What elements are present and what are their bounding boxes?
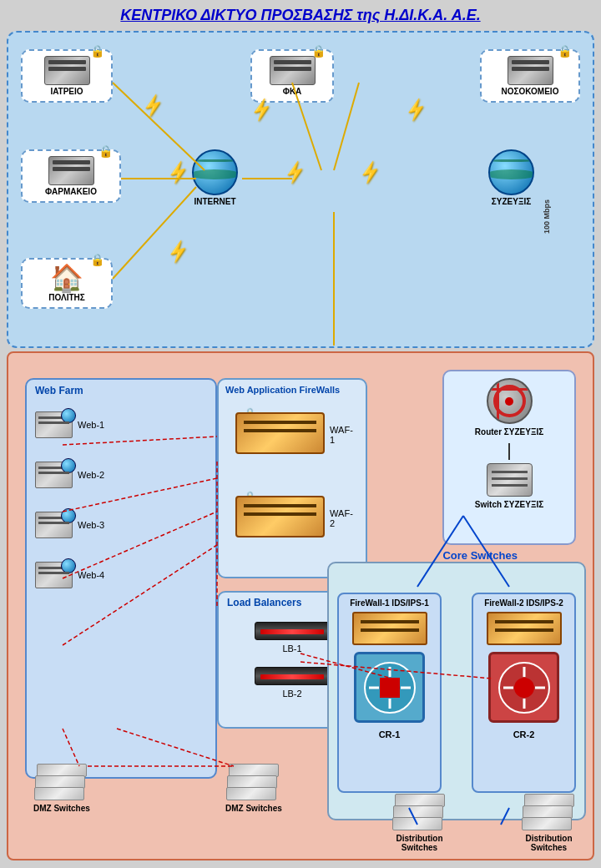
lock-icon-farmakeio: 🔒 <box>98 144 113 158</box>
cr2-inner <box>498 662 550 714</box>
fw-right-box: FireWall-2 IDS/IPS-2 <box>472 593 576 793</box>
lb2-device <box>255 667 330 685</box>
waf1-device <box>235 412 325 454</box>
web3-globe <box>61 508 76 523</box>
dmz2-layer3 <box>226 787 276 800</box>
router-icon <box>487 378 533 424</box>
web3-server <box>35 512 73 538</box>
lock-icon-nosokomeio: 🔒 <box>558 44 572 58</box>
fw-left-label: FireWall-1 IDS/IPS-1 <box>339 594 440 608</box>
core-switches-label: Core Switches <box>442 549 518 562</box>
main-wrapper: ΚΕΝΤΡΙΚΟ ΔΙΚΤΥΟ ΠΡΟΣΒΑΣΗΣ της Η.ΔΙ.Κ.Α. … <box>0 0 601 868</box>
lightning-6: ⚡ <box>356 159 384 186</box>
web2-server <box>35 462 73 488</box>
web2-globe <box>61 458 76 473</box>
waf2-label: WAF-2 <box>330 508 357 528</box>
lock-icon-iatreio: 🔒 <box>90 44 104 58</box>
dist1-layer3 <box>392 817 442 830</box>
farmakeio-node: 🔒 ΦΑΡΜΑΚΕΙΟ <box>21 149 121 203</box>
router-switch-panel: Router ΣΥΖΕΥΞΙΣ Switch ΣΥΖΕΥΞΙΣ <box>442 370 576 545</box>
bottom-section: Web Farm Web-1 Web-2 Web-3 <box>7 351 594 860</box>
internet-label: INTERNET <box>192 197 238 206</box>
waf2-item: 🔒 WAF-2 <box>219 489 366 548</box>
router-switch-line <box>508 443 510 460</box>
web1-globe <box>61 408 76 423</box>
svg-line-5 <box>334 83 359 170</box>
fw-left-box: FireWall-1 IDS/IPS-1 <box>337 593 442 793</box>
internet-node: INTERNET <box>192 149 238 206</box>
web2-item: Web-2 <box>27 458 215 492</box>
web3-item: Web-3 <box>27 508 215 542</box>
internet-globe <box>192 149 238 195</box>
dist2-layer3 <box>522 817 572 830</box>
waf1-item: 🔒 WAF-1 <box>219 406 366 464</box>
syzeyxis-node: ΣΥΖΕΥΞΙΣ <box>488 149 534 206</box>
web4-server <box>35 562 73 588</box>
switch-label: Switch ΣΥΖΕΥΞΙΣ <box>451 500 568 509</box>
fka-node: 🔒 ΦΚΑ <box>250 49 334 103</box>
waf2-device <box>235 496 325 537</box>
server-rack-iatreio <box>44 56 90 85</box>
fka-label: ΦΚΑ <box>257 87 327 96</box>
cr2-label: CR-2 <box>473 729 574 739</box>
cr2-router <box>488 652 559 723</box>
politis-node: 🔒 🏠 ΠΟΛΙΤΗΣ <box>21 258 113 309</box>
dmz1-label: DMZ Switches <box>33 804 90 813</box>
dist2-label: DistributionSwitches <box>522 834 576 852</box>
lightning-1: ⚡ <box>139 93 167 119</box>
switch-icon <box>487 463 533 497</box>
web4-item: Web-4 <box>27 558 215 592</box>
router-label: Router ΣΥΖΕΥΞΙΣ <box>451 427 568 437</box>
web-farm-panel: Web Farm Web-1 Web-2 Web-3 <box>25 378 217 779</box>
cr1-label: CR-1 <box>339 729 440 739</box>
web2-label: Web-2 <box>78 470 104 480</box>
syzeyxis-globe <box>488 149 534 195</box>
server-rack-farmakeio <box>48 156 94 185</box>
nosokomeio-node: 🔒 ΝΟΣΟΚΟΜΕΙΟ <box>480 49 580 103</box>
politis-label: ΠΟΛΙΤΗΣ <box>28 293 106 302</box>
fw2-device <box>487 612 562 645</box>
lightning-7: ⚡ <box>402 97 430 124</box>
iatreio-node: 🔒 ΙΑΤΡΕΙΟ <box>21 49 113 103</box>
server-rack-fka <box>270 56 316 85</box>
dist1-container: DistributionSwitches <box>392 794 447 852</box>
house-icon: 🏠 <box>28 265 106 291</box>
router-container: Router ΣΥΖΕΥΞΙΣ <box>444 371 574 443</box>
lightning-3: ⚡ <box>164 239 192 265</box>
iatreio-label: ΙΑΤΡΕΙΟ <box>28 87 106 96</box>
waf1-label: WAF-1 <box>330 425 357 445</box>
web-farm-label: Web Farm <box>27 380 215 400</box>
syzeyxis-label: ΣΥΖΕΥΞΙΣ <box>488 197 534 206</box>
speed-label: 100 Mbps <box>543 199 551 234</box>
dmz1-container: DMZ Switches <box>33 764 90 813</box>
dmz2-label: DMZ Switches <box>225 804 282 813</box>
dist2-container: DistributionSwitches <box>522 794 576 852</box>
nosokomeio-label: ΝΟΣΟΚΟΜΕΙΟ <box>487 87 573 96</box>
dmz2-container: DMZ Switches <box>225 764 282 813</box>
dist1-switch <box>392 794 447 831</box>
top-section: 🔒 ΙΑΤΡΕΙΟ 🔒 ΦΚΑ 🔒 ΝΟΣΟΚΟΜΕΙΟ 🔒 ΦΑΡΜΑΚΕΙΟ… <box>7 31 594 348</box>
waf-label: Web Application FireWalls <box>219 380 366 397</box>
dist2-switch <box>522 794 576 831</box>
farmakeio-label: ΦΑΡΜΑΚΕΙΟ <box>28 187 114 196</box>
svg-line-2 <box>113 187 196 279</box>
switch-container: Switch ΣΥΖΕΥΞΙΣ <box>444 460 574 512</box>
lightning-2: ⚡ <box>164 159 192 186</box>
page-title: ΚΕΝΤΡΙΚΟ ΔΙΚΤΥΟ ΠΡΟΣΒΑΣΗΣ της Η.ΔΙ.Κ.Α. … <box>0 0 601 28</box>
lock-icon-politis: 🔒 <box>90 253 104 266</box>
dmz2-switch <box>226 764 280 801</box>
dmz1-switch <box>34 764 88 801</box>
web3-label: Web-3 <box>78 520 104 530</box>
core-panel: FireWall-1 IDS/IPS-1 <box>327 562 586 820</box>
dist1-label: DistributionSwitches <box>392 834 447 852</box>
web4-globe <box>61 558 76 573</box>
dmz1-layer3 <box>34 787 84 800</box>
server-rack-nosokomeio <box>508 56 553 85</box>
waf-panel: Web Application FireWalls 🔒 WAF-1 🔒 WAF-… <box>217 378 367 578</box>
web1-label: Web-1 <box>78 420 104 430</box>
web4-label: Web-4 <box>78 570 104 580</box>
web1-server <box>35 411 73 438</box>
cr1-router <box>354 652 425 723</box>
web1-item: Web-1 <box>27 408 215 442</box>
lightning-5: ⚡ <box>281 159 309 186</box>
